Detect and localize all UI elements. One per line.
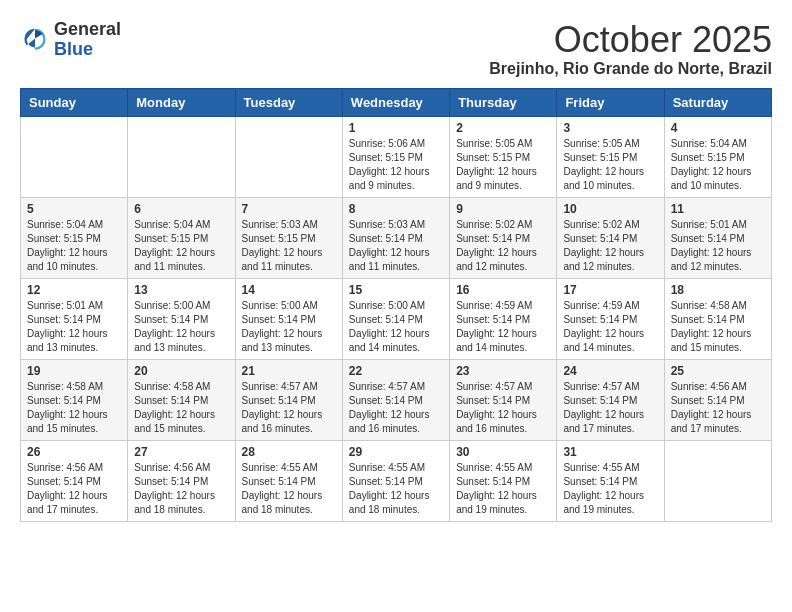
day-info: Sunrise: 4:58 AM Sunset: 5:14 PM Dayligh… (671, 299, 765, 355)
day-number: 26 (27, 445, 121, 459)
title-section: October 2025 Brejinho, Rio Grande do Nor… (489, 20, 772, 78)
day-info: Sunrise: 4:55 AM Sunset: 5:14 PM Dayligh… (563, 461, 657, 517)
week-row-1: 1Sunrise: 5:06 AM Sunset: 5:15 PM Daylig… (21, 116, 772, 197)
calendar-cell: 25Sunrise: 4:56 AM Sunset: 5:14 PM Dayli… (664, 359, 771, 440)
day-number: 6 (134, 202, 228, 216)
logo-text: General Blue (54, 20, 121, 60)
day-number: 12 (27, 283, 121, 297)
day-info: Sunrise: 4:56 AM Sunset: 5:14 PM Dayligh… (671, 380, 765, 436)
header-section: General Blue October 2025 Brejinho, Rio … (20, 20, 772, 78)
calendar-cell: 10Sunrise: 5:02 AM Sunset: 5:14 PM Dayli… (557, 197, 664, 278)
day-info: Sunrise: 5:05 AM Sunset: 5:15 PM Dayligh… (456, 137, 550, 193)
weekday-header-sunday: Sunday (21, 88, 128, 116)
weekday-header-wednesday: Wednesday (342, 88, 449, 116)
day-number: 23 (456, 364, 550, 378)
calendar: SundayMondayTuesdayWednesdayThursdayFrid… (20, 88, 772, 522)
day-number: 1 (349, 121, 443, 135)
day-number: 3 (563, 121, 657, 135)
day-info: Sunrise: 5:03 AM Sunset: 5:14 PM Dayligh… (349, 218, 443, 274)
day-info: Sunrise: 5:01 AM Sunset: 5:14 PM Dayligh… (27, 299, 121, 355)
weekday-header-saturday: Saturday (664, 88, 771, 116)
day-number: 14 (242, 283, 336, 297)
day-number: 28 (242, 445, 336, 459)
calendar-cell: 31Sunrise: 4:55 AM Sunset: 5:14 PM Dayli… (557, 440, 664, 521)
day-info: Sunrise: 4:59 AM Sunset: 5:14 PM Dayligh… (456, 299, 550, 355)
day-info: Sunrise: 5:02 AM Sunset: 5:14 PM Dayligh… (563, 218, 657, 274)
weekday-header-monday: Monday (128, 88, 235, 116)
day-number: 9 (456, 202, 550, 216)
day-info: Sunrise: 4:55 AM Sunset: 5:14 PM Dayligh… (242, 461, 336, 517)
day-info: Sunrise: 5:04 AM Sunset: 5:15 PM Dayligh… (671, 137, 765, 193)
calendar-cell (128, 116, 235, 197)
week-row-4: 19Sunrise: 4:58 AM Sunset: 5:14 PM Dayli… (21, 359, 772, 440)
calendar-cell: 23Sunrise: 4:57 AM Sunset: 5:14 PM Dayli… (450, 359, 557, 440)
day-info: Sunrise: 5:01 AM Sunset: 5:14 PM Dayligh… (671, 218, 765, 274)
day-number: 24 (563, 364, 657, 378)
calendar-cell: 21Sunrise: 4:57 AM Sunset: 5:14 PM Dayli… (235, 359, 342, 440)
calendar-cell: 7Sunrise: 5:03 AM Sunset: 5:15 PM Daylig… (235, 197, 342, 278)
calendar-cell (664, 440, 771, 521)
calendar-cell: 22Sunrise: 4:57 AM Sunset: 5:14 PM Dayli… (342, 359, 449, 440)
day-number: 5 (27, 202, 121, 216)
logo-blue: Blue (54, 40, 121, 60)
day-number: 7 (242, 202, 336, 216)
day-info: Sunrise: 4:55 AM Sunset: 5:14 PM Dayligh… (349, 461, 443, 517)
calendar-cell: 26Sunrise: 4:56 AM Sunset: 5:14 PM Dayli… (21, 440, 128, 521)
day-number: 25 (671, 364, 765, 378)
logo-general: General (54, 20, 121, 40)
day-info: Sunrise: 5:00 AM Sunset: 5:14 PM Dayligh… (242, 299, 336, 355)
calendar-cell: 1Sunrise: 5:06 AM Sunset: 5:15 PM Daylig… (342, 116, 449, 197)
calendar-cell: 4Sunrise: 5:04 AM Sunset: 5:15 PM Daylig… (664, 116, 771, 197)
calendar-cell: 19Sunrise: 4:58 AM Sunset: 5:14 PM Dayli… (21, 359, 128, 440)
month-title: October 2025 (489, 20, 772, 60)
day-info: Sunrise: 5:03 AM Sunset: 5:15 PM Dayligh… (242, 218, 336, 274)
calendar-cell: 8Sunrise: 5:03 AM Sunset: 5:14 PM Daylig… (342, 197, 449, 278)
day-info: Sunrise: 5:06 AM Sunset: 5:15 PM Dayligh… (349, 137, 443, 193)
calendar-cell: 5Sunrise: 5:04 AM Sunset: 5:15 PM Daylig… (21, 197, 128, 278)
day-info: Sunrise: 4:57 AM Sunset: 5:14 PM Dayligh… (349, 380, 443, 436)
day-number: 20 (134, 364, 228, 378)
day-info: Sunrise: 4:59 AM Sunset: 5:14 PM Dayligh… (563, 299, 657, 355)
calendar-cell: 14Sunrise: 5:00 AM Sunset: 5:14 PM Dayli… (235, 278, 342, 359)
logo: General Blue (20, 20, 121, 60)
location-title: Brejinho, Rio Grande do Norte, Brazil (489, 60, 772, 78)
day-number: 22 (349, 364, 443, 378)
day-info: Sunrise: 5:02 AM Sunset: 5:14 PM Dayligh… (456, 218, 550, 274)
day-info: Sunrise: 4:58 AM Sunset: 5:14 PM Dayligh… (134, 380, 228, 436)
day-number: 2 (456, 121, 550, 135)
weekday-header-row: SundayMondayTuesdayWednesdayThursdayFrid… (21, 88, 772, 116)
day-number: 30 (456, 445, 550, 459)
day-info: Sunrise: 5:04 AM Sunset: 5:15 PM Dayligh… (27, 218, 121, 274)
weekday-header-friday: Friday (557, 88, 664, 116)
calendar-cell: 17Sunrise: 4:59 AM Sunset: 5:14 PM Dayli… (557, 278, 664, 359)
calendar-cell: 29Sunrise: 4:55 AM Sunset: 5:14 PM Dayli… (342, 440, 449, 521)
day-info: Sunrise: 5:05 AM Sunset: 5:15 PM Dayligh… (563, 137, 657, 193)
weekday-header-thursday: Thursday (450, 88, 557, 116)
calendar-cell: 30Sunrise: 4:55 AM Sunset: 5:14 PM Dayli… (450, 440, 557, 521)
week-row-3: 12Sunrise: 5:01 AM Sunset: 5:14 PM Dayli… (21, 278, 772, 359)
week-row-2: 5Sunrise: 5:04 AM Sunset: 5:15 PM Daylig… (21, 197, 772, 278)
logo-icon (20, 25, 50, 55)
calendar-cell: 12Sunrise: 5:01 AM Sunset: 5:14 PM Dayli… (21, 278, 128, 359)
day-info: Sunrise: 5:04 AM Sunset: 5:15 PM Dayligh… (134, 218, 228, 274)
day-info: Sunrise: 4:56 AM Sunset: 5:14 PM Dayligh… (134, 461, 228, 517)
calendar-cell: 9Sunrise: 5:02 AM Sunset: 5:14 PM Daylig… (450, 197, 557, 278)
day-number: 19 (27, 364, 121, 378)
day-number: 31 (563, 445, 657, 459)
calendar-cell: 2Sunrise: 5:05 AM Sunset: 5:15 PM Daylig… (450, 116, 557, 197)
day-number: 18 (671, 283, 765, 297)
day-number: 15 (349, 283, 443, 297)
day-info: Sunrise: 4:55 AM Sunset: 5:14 PM Dayligh… (456, 461, 550, 517)
day-number: 8 (349, 202, 443, 216)
day-number: 29 (349, 445, 443, 459)
week-row-5: 26Sunrise: 4:56 AM Sunset: 5:14 PM Dayli… (21, 440, 772, 521)
day-info: Sunrise: 4:57 AM Sunset: 5:14 PM Dayligh… (563, 380, 657, 436)
calendar-cell: 11Sunrise: 5:01 AM Sunset: 5:14 PM Dayli… (664, 197, 771, 278)
day-info: Sunrise: 4:57 AM Sunset: 5:14 PM Dayligh… (456, 380, 550, 436)
calendar-cell: 16Sunrise: 4:59 AM Sunset: 5:14 PM Dayli… (450, 278, 557, 359)
day-number: 17 (563, 283, 657, 297)
calendar-cell: 27Sunrise: 4:56 AM Sunset: 5:14 PM Dayli… (128, 440, 235, 521)
day-number: 4 (671, 121, 765, 135)
calendar-cell: 28Sunrise: 4:55 AM Sunset: 5:14 PM Dayli… (235, 440, 342, 521)
calendar-cell (21, 116, 128, 197)
